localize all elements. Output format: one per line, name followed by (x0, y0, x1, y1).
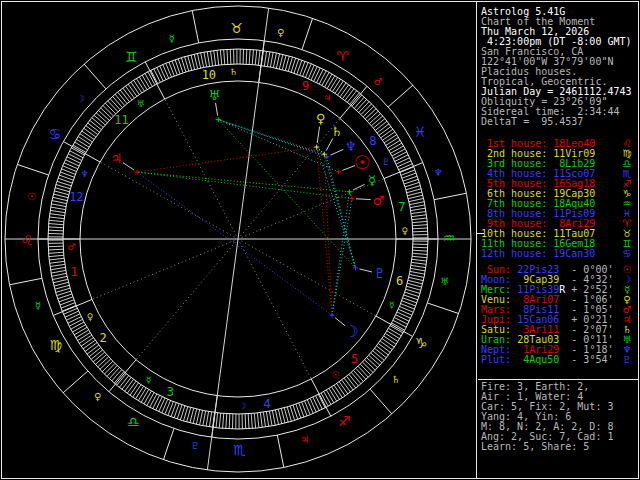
degree-tick (398, 309, 412, 315)
degree-tick (373, 119, 385, 129)
house-cusp-line (311, 379, 330, 416)
degree-tick (50, 210, 65, 212)
degree-tick (412, 256, 427, 257)
house-cusp-line (145, 62, 164, 99)
house-cusp-spoke (238, 239, 311, 379)
planet-name: Plut: (481, 354, 511, 365)
degree-tick (410, 205, 425, 208)
degree-tick (157, 67, 163, 81)
degree-tick (413, 247, 428, 248)
degree-tick (68, 154, 81, 161)
degree-tick (200, 410, 203, 425)
wheel-planet-saturn-icon: ♄ (331, 124, 343, 139)
degree-tick (307, 400, 313, 414)
degree-tick (412, 221, 427, 222)
degree-tick (139, 77, 147, 90)
degree-tick (98, 357, 109, 367)
house-number-4: 4 (264, 397, 271, 411)
degree-tick (322, 72, 329, 85)
degree-tick (81, 338, 93, 346)
degree-tick (52, 201, 67, 204)
degree-tick (408, 195, 423, 198)
degree-tick (412, 253, 427, 254)
wheel-planet-moon-icon: ☽ (344, 322, 358, 341)
degree-tick (113, 96, 123, 107)
degree-tick (134, 80, 142, 93)
degree-tick (190, 408, 194, 423)
degree-tick (74, 327, 87, 335)
degree-tick (201, 53, 204, 68)
sign-boundary-line (370, 389, 392, 414)
sign-aries-icon: ♈ (336, 48, 349, 64)
degree-tick (365, 109, 376, 119)
house-ruler-mercury-icon: ☿ (146, 375, 152, 385)
degree-tick (390, 326, 403, 333)
degree-tick (267, 52, 270, 67)
house-ruler-mars-icon: ♂ (67, 242, 75, 252)
header-text: DeltaT = 95.4537 (481, 116, 583, 127)
degree-tick (354, 370, 364, 381)
degree-tick (94, 115, 105, 125)
stats-divider (478, 379, 638, 380)
header-line: DeltaT = 95.4537 (481, 117, 637, 127)
degree-tick (279, 54, 283, 69)
degree-tick (109, 368, 119, 379)
degree-tick (375, 121, 387, 130)
planet-pointer-line (356, 199, 371, 200)
degree-tick (51, 207, 66, 210)
chart-axis-line (238, 8, 269, 239)
house-cusp-spoke (92, 239, 238, 299)
degree-tick (209, 412, 211, 427)
degree-tick (115, 94, 125, 105)
house-cusp-spoke (165, 99, 238, 239)
degree-tick (383, 132, 395, 140)
sign-ruler-venus-icon: ♀ (94, 391, 101, 402)
sign-boundary-line (84, 64, 106, 89)
sign-sagittarius-icon: ♐ (338, 413, 351, 429)
aspect-opposition-line (137, 172, 332, 315)
sign-boundary-line (427, 303, 458, 314)
house-cusp-spoke (136, 239, 238, 360)
aspect-square-line (137, 147, 316, 172)
degree-tick (49, 255, 64, 256)
degree-tick (48, 230, 63, 231)
degree-tick (393, 152, 406, 159)
degree-tick (144, 391, 151, 404)
degree-tick (408, 280, 423, 284)
house-ruler-pluto-icon: ♇ (382, 157, 390, 167)
chart-header-block: Astrolog 5.41GChart of the MomentThu Mar… (481, 7, 637, 127)
degree-tick (413, 250, 428, 251)
sign-ruler-mercury-icon: ☿ (35, 300, 41, 311)
degree-tick (136, 78, 144, 91)
degree-tick (54, 191, 69, 195)
degree-tick (399, 164, 413, 170)
house-number-7: 7 (398, 200, 405, 214)
aspect-sextile-line (218, 120, 338, 172)
degree-tick (93, 352, 104, 362)
wheel-planet-venus-icon: ♀ (316, 111, 326, 126)
degree-tick (361, 104, 372, 115)
degree-tick (281, 409, 285, 424)
chart-wheel: ♈♂♉♀♊☿♋☽♌☉♍☿♎♀♏♇♐♃♑♄♒♅♓♆1♂2♀3☿4☽5☉6☿7♀8♇… (0, 0, 476, 480)
degree-tick (411, 265, 426, 267)
planet-icon: ♇ (619, 355, 635, 365)
degree-tick (378, 344, 390, 353)
degree-tick (88, 123, 100, 132)
degree-tick (325, 74, 332, 87)
degree-tick (251, 413, 252, 428)
house-ruler-jupiter-icon: ♃ (323, 93, 331, 103)
degree-tick (159, 398, 165, 412)
degree-tick (193, 409, 197, 424)
degree-tick (258, 50, 260, 65)
degree-tick (52, 273, 67, 276)
degree-tick (49, 252, 64, 253)
degree-tick (87, 345, 99, 354)
wheel-planet-neptune-icon: ♆ (345, 139, 357, 154)
chart-stats-block: Fire: 3, Earth: 2,Air : 1, Water: 4Car: … (481, 382, 637, 452)
degree-tick (49, 220, 64, 221)
house-ruler-moon-icon: ☽ (238, 401, 246, 411)
degree-tick (270, 52, 273, 67)
degree-tick (409, 198, 424, 201)
sign-ruler-jupiter-icon: ♃ (300, 434, 309, 445)
degree-tick (379, 126, 391, 135)
